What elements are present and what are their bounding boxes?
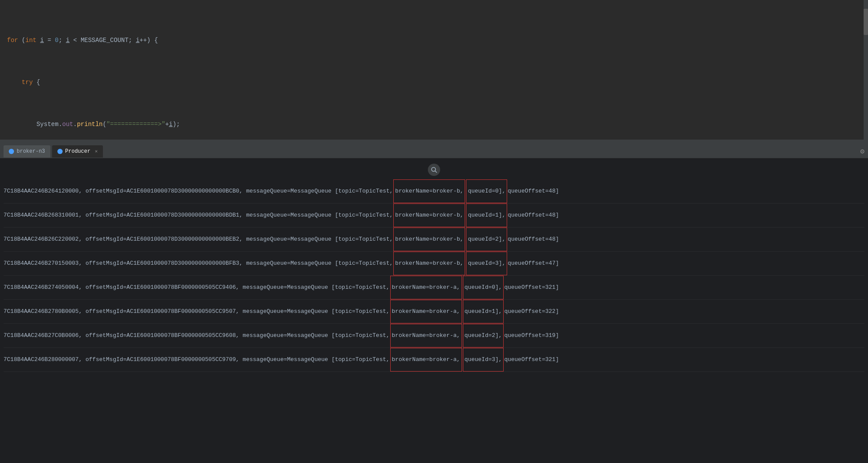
log-line-6: 7C18B4AAC246B27C0B0006, offsetMsgId=AC1E…: [4, 324, 864, 348]
code-line-2: try {: [0, 77, 868, 88]
log-line-2: 7C18B4AAC246B26C220002, offsetMsgId=AC1E…: [4, 228, 864, 252]
log-broker-name-6: brokerName=broker-a,: [390, 324, 462, 347]
tab-icon-broker: [9, 149, 14, 154]
log-line-5: 7C18B4AAC246B2780B0005, offsetMsgId=AC1E…: [4, 300, 864, 324]
log-prefix-5: 7C18B4AAC246B2780B0005, offsetMsgId=AC1E…: [4, 301, 390, 323]
scrollbar-thumb[interactable]: [864, 9, 868, 35]
log-line-1: 7C18B4AAC246B268310001, offsetMsgId=AC1E…: [4, 203, 864, 228]
code-line-3: System . out . println ( "=============>…: [0, 119, 868, 130]
log-queue-id-2: queueId=2],: [466, 228, 507, 251]
tab-label-producer: Producer: [65, 148, 91, 154]
tab-producer[interactable]: Producer ✕: [52, 145, 103, 158]
log-queue-id-7: queueId=3],: [463, 348, 504, 372]
log-broker-name-1: brokerName=broker-b,: [393, 203, 465, 227]
log-line-4: 7C18B4AAC246B274050004, offsetMsgId=AC1E…: [4, 276, 864, 300]
log-broker-name-0: brokerName=broker-b,: [393, 179, 465, 203]
log-prefix-6: 7C18B4AAC246B27C0B0006, offsetMsgId=AC1E…: [4, 325, 390, 347]
log-suffix-7: queueOffset=321]: [504, 349, 559, 371]
log-queue-id-3: queueId=3],: [466, 252, 507, 275]
log-broker-name-2: brokerName=broker-b,: [393, 228, 465, 251]
tab-label-broker-n3: broker-n3: [17, 148, 45, 154]
tabs-container: broker-n3 Producer ✕: [4, 145, 103, 158]
tab-broker-n3[interactable]: broker-n3: [4, 145, 50, 158]
log-output: 7C18B4AAC246B264120000, offsetMsgId=AC1E…: [0, 179, 868, 372]
log-suffix-1: queueOffset=48]: [508, 204, 559, 226]
log-line-7: 7C18B4AAC246B280000007, offsetMsgId=AC1E…: [4, 348, 864, 372]
log-broker-name-7: brokerName=broker-a,: [390, 348, 462, 372]
settings-icon[interactable]: ⚙: [860, 147, 864, 156]
code-editor: for ( int i = 0 ; i < MESSAGE_COUNT ; i …: [0, 0, 868, 144]
log-prefix-0: 7C18B4AAC246B264120000, offsetMsgId=AC1E…: [4, 180, 393, 202]
log-queue-id-5: queueId=1],: [463, 300, 504, 323]
code-content: for ( int i = 0 ; i < MESSAGE_COUNT ; i …: [0, 0, 868, 144]
horizontal-scrollbar[interactable]: [0, 140, 864, 144]
log-broker-name-5: brokerName=broker-a,: [390, 300, 462, 323]
console-panel: 7C18B4AAC246B264120000, offsetMsgId=AC1E…: [0, 158, 868, 463]
log-queue-id-6: queueId=2],: [463, 324, 504, 347]
log-line-0: 7C18B4AAC246B264120000, offsetMsgId=AC1E…: [4, 179, 864, 203]
log-broker-name-4: brokerName=broker-a,: [390, 276, 462, 299]
vertical-scrollbar[interactable]: [864, 0, 868, 144]
log-prefix-1: 7C18B4AAC246B268310001, offsetMsgId=AC1E…: [4, 204, 393, 226]
tab-close-producer[interactable]: ✕: [95, 148, 98, 154]
log-prefix-7: 7C18B4AAC246B280000007, offsetMsgId=AC1E…: [4, 349, 390, 371]
log-suffix-6: queueOffset=319]: [504, 325, 559, 347]
log-suffix-0: queueOffset=48]: [508, 180, 559, 202]
log-queue-id-4: queueId=0],: [463, 276, 504, 299]
log-prefix-4: 7C18B4AAC246B274050004, offsetMsgId=AC1E…: [4, 277, 390, 298]
keyword-for: for: [7, 35, 18, 46]
svg-line-1: [435, 171, 437, 173]
log-suffix-3: queueOffset=47]: [508, 253, 559, 274]
search-row: [0, 162, 868, 178]
log-prefix-3: 7C18B4AAC246B270150003, offsetMsgId=AC1E…: [4, 253, 393, 274]
log-queue-id-1: queueId=1],: [466, 203, 507, 227]
tab-icon-producer: [57, 149, 63, 154]
search-button[interactable]: [428, 164, 440, 176]
code-line-1: for ( int i = 0 ; i < MESSAGE_COUNT ; i …: [0, 35, 868, 46]
tab-bar: broker-n3 Producer ✕ ⚙: [0, 144, 868, 158]
log-suffix-2: queueOffset=48]: [508, 228, 559, 250]
log-queue-id-0: queueId=0],: [466, 179, 507, 203]
log-line-3: 7C18B4AAC246B270150003, offsetMsgId=AC1E…: [4, 252, 864, 276]
log-suffix-5: queueOffset=322]: [504, 301, 559, 323]
log-broker-name-3: brokerName=broker-b,: [393, 252, 465, 275]
log-prefix-2: 7C18B4AAC246B26C220002, offsetMsgId=AC1E…: [4, 228, 393, 250]
log-suffix-4: queueOffset=321]: [504, 277, 559, 298]
